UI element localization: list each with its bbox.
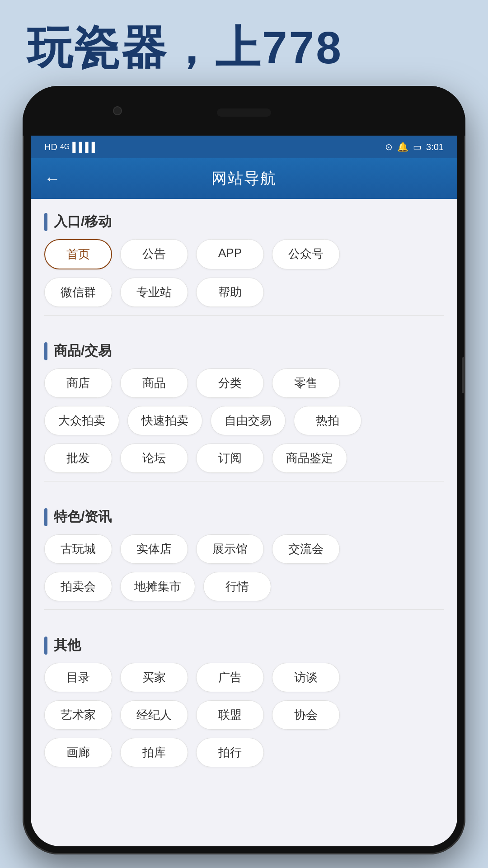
phone-frame: HD 4G ▌▌▌▌ ⊙ 🔔 ▭ 3:01 ← 网站导航 入口/移动首页公告AP… — [23, 86, 465, 854]
section-featured: 特色/资讯古玩城实体店展示馆交流会拍卖会地摊集市行情 — [31, 494, 457, 623]
tag-联盟[interactable]: 联盟 — [196, 700, 264, 730]
battery-icon: ▭ — [413, 142, 422, 152]
section-header-goods: 商品/交易 — [44, 337, 444, 360]
network-indicator: HD — [44, 142, 57, 152]
tag-row-entrance-1: 微信群专业站帮助 — [44, 278, 444, 307]
tag-广告[interactable]: 广告 — [196, 663, 264, 692]
tag-公众号[interactable]: 公众号 — [272, 239, 340, 269]
tag-热拍[interactable]: 热拍 — [294, 406, 361, 435]
tag-商店[interactable]: 商店 — [44, 368, 112, 398]
status-left: HD 4G ▌▌▌▌ — [44, 142, 98, 152]
tag-分类[interactable]: 分类 — [196, 368, 264, 398]
section-divider — [44, 315, 444, 316]
tag-拍行[interactable]: 拍行 — [196, 738, 264, 767]
signal-4g: 4G — [60, 143, 70, 151]
tag-零售[interactable]: 零售 — [272, 368, 340, 398]
tag-拍库[interactable]: 拍库 — [120, 738, 188, 767]
tag-自由交易[interactable]: 自由交易 — [211, 406, 286, 435]
tag-地摊集市[interactable]: 地摊集市 — [120, 572, 195, 601]
speaker — [217, 108, 271, 117]
tag-帮助[interactable]: 帮助 — [196, 278, 264, 307]
section-bar-goods — [44, 342, 47, 360]
tag-row-goods-1: 大众拍卖快速拍卖自由交易热拍 — [44, 406, 444, 435]
tag-交流会[interactable]: 交流会 — [272, 534, 340, 564]
tag-商品[interactable]: 商品 — [120, 368, 188, 398]
tag-画廊[interactable]: 画廊 — [44, 738, 112, 767]
tag-批发[interactable]: 批发 — [44, 443, 112, 473]
content-area: 入口/移动首页公告APP公众号微信群专业站帮助商品/交易商店商品分类零售大众拍卖… — [31, 199, 457, 846]
tag-row-featured-1: 拍卖会地摊集市行情 — [44, 572, 444, 601]
tag-实体店[interactable]: 实体店 — [120, 534, 188, 564]
tag-买家[interactable]: 买家 — [120, 663, 188, 692]
tag-row-goods-2: 批发论坛订阅商品鉴定 — [44, 443, 444, 473]
eye-icon: ⊙ — [385, 142, 393, 152]
section-title-goods: 商品/交易 — [54, 342, 112, 360]
app-header: ← 网站导航 — [31, 158, 457, 199]
section-header-featured: 特色/资讯 — [44, 503, 444, 526]
time-display: 3:01 — [426, 142, 444, 152]
page-title: 网站导航 — [211, 168, 277, 189]
tag-row-other-1: 艺术家经纪人联盟协会 — [44, 700, 444, 730]
camera — [113, 106, 122, 115]
volume-button — [462, 357, 465, 393]
tag-快速拍卖[interactable]: 快速拍卖 — [127, 406, 202, 435]
tag-row-entrance-0: 首页公告APP公众号 — [44, 239, 444, 269]
section-other: 其他目录买家广告访谈艺术家经纪人联盟协会画廊拍库拍行 — [31, 623, 457, 780]
tag-row-other-2: 画廊拍库拍行 — [44, 738, 444, 767]
tag-APP[interactable]: APP — [196, 239, 264, 269]
tag-协会[interactable]: 协会 — [272, 700, 340, 730]
bell-icon: 🔔 — [397, 142, 408, 152]
signal-bars: ▌▌▌▌ — [72, 142, 98, 152]
tag-艺术家[interactable]: 艺术家 — [44, 700, 112, 730]
tag-row-goods-0: 商店商品分类零售 — [44, 368, 444, 398]
tag-论坛[interactable]: 论坛 — [120, 443, 188, 473]
tag-专业站[interactable]: 专业站 — [120, 278, 188, 307]
section-bar-entrance — [44, 213, 47, 231]
back-button[interactable]: ← — [44, 169, 61, 188]
section-divider — [44, 609, 444, 610]
tag-首页[interactable]: 首页 — [44, 239, 112, 269]
tag-商品鉴定[interactable]: 商品鉴定 — [272, 443, 347, 473]
section-title-other: 其他 — [54, 636, 81, 655]
section-entrance: 入口/移动首页公告APP公众号微信群专业站帮助 — [31, 199, 457, 328]
tagline: 玩瓷器，上778 — [27, 18, 343, 79]
section-bar-featured — [44, 508, 47, 526]
tag-古玩城[interactable]: 古玩城 — [44, 534, 112, 564]
tag-微信群[interactable]: 微信群 — [44, 278, 112, 307]
tag-拍卖会[interactable]: 拍卖会 — [44, 572, 112, 601]
status-right: ⊙ 🔔 ▭ 3:01 — [385, 142, 444, 152]
tag-访谈[interactable]: 访谈 — [272, 663, 340, 692]
tag-公告[interactable]: 公告 — [120, 239, 188, 269]
tag-row-other-0: 目录买家广告访谈 — [44, 663, 444, 692]
section-bar-other — [44, 637, 47, 655]
section-divider — [44, 481, 444, 481]
section-title-entrance: 入口/移动 — [54, 212, 112, 231]
section-goods: 商品/交易商店商品分类零售大众拍卖快速拍卖自由交易热拍批发论坛订阅商品鉴定 — [31, 328, 457, 494]
section-title-featured: 特色/资讯 — [54, 508, 112, 526]
tag-订阅[interactable]: 订阅 — [196, 443, 264, 473]
tag-目录[interactable]: 目录 — [44, 663, 112, 692]
tag-经纪人[interactable]: 经纪人 — [120, 700, 188, 730]
tag-大众拍卖[interactable]: 大众拍卖 — [44, 406, 119, 435]
phone-top-bar — [23, 86, 465, 136]
tag-行情[interactable]: 行情 — [203, 572, 271, 601]
tag-row-featured-0: 古玩城实体店展示馆交流会 — [44, 534, 444, 564]
tag-展示馆[interactable]: 展示馆 — [196, 534, 264, 564]
status-bar: HD 4G ▌▌▌▌ ⊙ 🔔 ▭ 3:01 — [31, 136, 457, 158]
section-header-other: 其他 — [44, 632, 444, 655]
section-header-entrance: 入口/移动 — [44, 208, 444, 231]
